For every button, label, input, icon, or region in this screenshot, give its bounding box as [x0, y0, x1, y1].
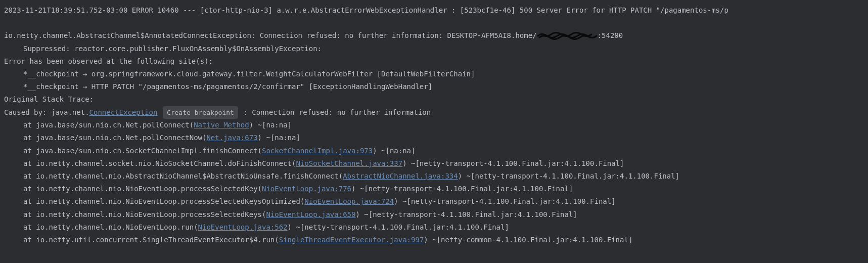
stack-frame-source-link[interactable]: NioEventLoop.java:562 — [198, 223, 288, 231]
stack-frame-source-link[interactable]: SingleThreadEventExecutor.java:997 — [279, 236, 424, 244]
checkpoint-line-2: *__checkpoint ⇢ HTTP PATCH "/pagamentos-… — [4, 80, 864, 93]
stack-frame-source-link[interactable]: SocketChannelImpl.java:973 — [262, 147, 373, 155]
log-header-line: 2023-11-21T18:39:51.752-03:00 ERROR 1046… — [4, 4, 864, 17]
stack-frame-suffix: ) ~[netty-transport-4.1.100.Final.jar:4.… — [288, 223, 509, 231]
stack-frame-source-link[interactable]: Net.java:673 — [206, 134, 257, 142]
stack-frame-suffix: ) ~[netty-transport-4.1.100.Final.jar:4.… — [458, 172, 679, 180]
exception-line: io.netty.channel.AbstractChannel$Annotat… — [4, 29, 864, 42]
stack-frame-prefix: at io.netty.channel.nio.NioEventLoop.pro… — [23, 210, 266, 218]
stack-frame-prefix: at io.netty.util.concurrent.SingleThread… — [23, 236, 279, 244]
exception-prefix: io.netty.channel.AbstractChannel$Annotat… — [4, 31, 537, 39]
connect-exception-link[interactable]: ConnectException — [89, 108, 158, 116]
observed-line: Error has been observed at the following… — [4, 55, 864, 68]
stack-frame-source-link[interactable]: NioSocketChannel.java:337 — [296, 159, 402, 167]
stack-frame: at io.netty.util.concurrent.SingleThread… — [4, 234, 864, 246]
stack-frame-prefix: at java.base/sun.nio.ch.Net.pollConnectN… — [23, 134, 206, 142]
stack-frame: at io.netty.channel.nio.NioEventLoop.pro… — [4, 208, 864, 221]
stack-frame-suffix: ) ~[netty-transport-4.1.100.Final.jar:4.… — [394, 197, 615, 205]
stack-frame: at io.netty.channel.socket.nio.NioSocket… — [4, 157, 864, 170]
stack-frame-source-link[interactable]: AbstractNioChannel.java:334 — [343, 172, 458, 180]
create-breakpoint-button[interactable]: Create breakpoint — [163, 106, 238, 119]
caused-by-suffix: : Connection refused: no further informa… — [239, 108, 431, 116]
stack-frame-prefix: at io.netty.channel.nio.NioEventLoop.pro… — [23, 185, 262, 193]
stack-frame-prefix: at java.base/sun.nio.ch.Net.pollConnect( — [23, 121, 194, 129]
stack-frame-suffix: ) ~[na:na] — [258, 134, 300, 142]
stack-frame: at java.base/sun.nio.ch.SocketChannelImp… — [4, 145, 864, 157]
stack-frame: at io.netty.channel.nio.NioEventLoop.pro… — [4, 195, 864, 208]
stack-frame-source-link[interactable]: Native Method — [194, 121, 249, 129]
stack-frame-source-link[interactable]: NioEventLoop.java:724 — [304, 197, 394, 205]
blank-line — [4, 17, 864, 29]
stack-frame-suffix: ) ~[netty-common-4.1.100.Final.jar:4.1.1… — [424, 236, 632, 244]
stack-frame-suffix: ) ~[netty-transport-4.1.100.Final.jar:4.… — [355, 210, 577, 218]
stack-frame: at io.netty.channel.nio.NioEventLoop.pro… — [4, 183, 864, 195]
stack-frame: at io.netty.channel.nio.NioEventLoop.run… — [4, 221, 864, 234]
stack-frame: at java.base/sun.nio.ch.Net.pollConnect(… — [4, 119, 864, 132]
caused-by-prefix: Caused by: java.net. — [4, 108, 89, 116]
redacted-scribble-icon — [537, 31, 598, 40]
stack-frame-prefix: at java.base/sun.nio.ch.SocketChannelImp… — [23, 147, 262, 155]
stack-frame-suffix: ) ~[netty-transport-4.1.100.Final.jar:4.… — [351, 185, 573, 193]
stack-frame-prefix: at io.netty.channel.nio.AbstractNioChann… — [23, 172, 343, 180]
stack-frame-prefix: at io.netty.channel.nio.NioEventLoop.run… — [23, 223, 198, 231]
stack-frame-suffix: ) ~[na:na] — [373, 147, 415, 155]
stack-frame-source-link[interactable]: NioEventLoop.java:650 — [266, 210, 355, 218]
stack-frame: at java.base/sun.nio.ch.Net.pollConnectN… — [4, 132, 864, 144]
original-stack-trace-line: Original Stack Trace: — [4, 93, 864, 106]
stack-frame-suffix: ) ~[netty-transport-4.1.100.Final.jar:4.… — [402, 159, 624, 167]
stack-frame-prefix: at io.netty.channel.socket.nio.NioSocket… — [23, 159, 296, 167]
stack-frame-suffix: ) ~[na:na] — [249, 121, 292, 129]
suppressed-line: Suppressed: reactor.core.publisher.FluxO… — [4, 42, 864, 55]
exception-suffix: :54200 — [598, 31, 623, 39]
stack-frame-source-link[interactable]: NioEventLoop.java:776 — [262, 185, 351, 193]
stack-frame: at io.netty.channel.nio.AbstractNioChann… — [4, 170, 864, 183]
stack-trace-container: at java.base/sun.nio.ch.Net.pollConnect(… — [4, 119, 864, 246]
checkpoint-line-1: *__checkpoint ⇢ org.springframework.clou… — [4, 68, 864, 80]
caused-by-line: Caused by: java.net.ConnectException Cre… — [4, 106, 864, 119]
stack-frame-prefix: at io.netty.channel.nio.NioEventLoop.pro… — [23, 197, 304, 205]
